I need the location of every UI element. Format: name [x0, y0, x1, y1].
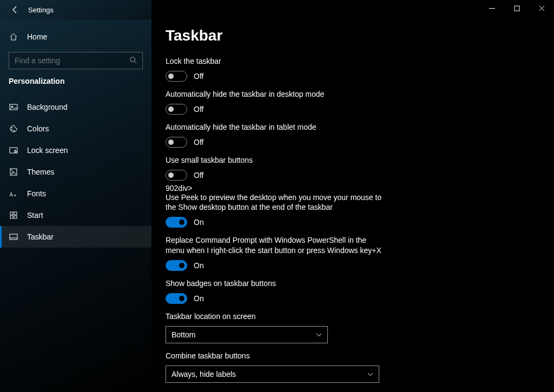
minimize-icon — [489, 5, 495, 11]
setting-autohide-desktop: Automatically hide the taskbar in deskto… — [166, 89, 382, 115]
svg-rect-12 — [10, 212, 13, 215]
setting-label: Lock the taskbar — [166, 56, 382, 67]
toggle-state-text: Off — [194, 105, 203, 114]
svg-point-1 — [130, 57, 135, 62]
toggle-small-buttons[interactable] — [166, 170, 187, 181]
svg-text:A: A — [9, 191, 14, 197]
setting-lock-taskbar: Lock the taskbar Off — [166, 56, 382, 82]
window-title: Settings — [28, 6, 54, 14]
setting-taskbar-location: Taskbar location on screen Bottom — [166, 311, 382, 343]
setting-badges: Show badges on taskbar buttons On — [166, 278, 382, 304]
sidebar-item-background[interactable]: Background — [0, 96, 151, 118]
sidebar-home[interactable]: Home — [0, 26, 151, 48]
sidebar-item-themes[interactable]: Themes — [0, 161, 151, 183]
setting-label: Combine taskbar buttons — [166, 351, 382, 361]
start-icon — [9, 210, 18, 220]
sidebar-nav-list: Background Colors Lock screen Themes AA … — [0, 96, 151, 248]
toggle-state-text: Off — [194, 138, 203, 147]
svg-rect-8 — [15, 151, 16, 152]
sidebar-home-label: Home — [27, 32, 47, 41]
toggle-autohide-desktop[interactable] — [166, 104, 187, 115]
setting-peek: Use Peek to preview the desktop when you… — [166, 192, 382, 228]
lockscreen-icon — [9, 145, 18, 155]
svg-text:A: A — [14, 193, 16, 197]
setting-label: Automatically hide the taskbar in deskto… — [166, 89, 382, 99]
search-icon — [129, 56, 137, 65]
setting-autohide-tablet: Automatically hide the taskbar in tablet… — [166, 122, 382, 148]
svg-point-4 — [11, 127, 12, 128]
sidebar-item-label: Start — [27, 211, 43, 220]
svg-rect-15 — [14, 216, 17, 218]
sidebar-item-label: Background — [27, 103, 68, 111]
toggle-state-text: On — [194, 294, 204, 303]
setting-label: Use Peek to preview the desktop when you… — [166, 192, 382, 213]
close-button[interactable] — [529, 0, 554, 16]
setting-label: Use small taskbar buttons — [166, 155, 382, 165]
toggle-state-text: Off — [194, 72, 203, 81]
home-icon — [9, 32, 18, 42]
svg-rect-14 — [10, 216, 13, 218]
back-button[interactable] — [9, 3, 22, 16]
toggle-state-text: Off — [194, 171, 203, 180]
maximize-icon — [514, 5, 520, 11]
titlebar: Settings — [0, 0, 554, 19]
setting-powershell: Replace Command Prompt with Windows Powe… — [166, 235, 382, 271]
caption-buttons — [479, 0, 554, 16]
dropdown-taskbar-location[interactable]: Bottom — [166, 326, 328, 343]
arrow-left-icon — [11, 5, 19, 14]
taskbar-icon — [9, 232, 18, 242]
sidebar-item-label: Fonts — [27, 189, 46, 198]
setting-label: Taskbar location on screen — [166, 311, 382, 322]
sidebar: Home Personalization Background Colors L… — [0, 19, 151, 392]
page-title: Taskbar — [166, 27, 413, 44]
svg-rect-0 — [515, 6, 519, 11]
palette-icon — [9, 124, 18, 134]
dropdown-combine-buttons[interactable]: Always, hide labels — [166, 366, 379, 383]
sidebar-item-label: Taskbar — [27, 232, 54, 241]
search-box[interactable] — [9, 52, 143, 69]
svg-point-5 — [11, 129, 12, 130]
dropdown-value: Always, hide labels — [172, 370, 236, 378]
sidebar-item-taskbar[interactable]: Taskbar — [0, 226, 151, 248]
setting-combine-buttons: Combine taskbar buttons Always, hide lab… — [166, 351, 382, 383]
sidebar-category-title: Personalization — [0, 77, 151, 91]
main-content: Taskbar Lock the taskbar Off Automatical… — [151, 19, 427, 392]
chevron-down-icon — [367, 371, 373, 377]
setting-label: Automatically hide the taskbar in tablet… — [166, 122, 382, 132]
sidebar-item-label: Themes — [27, 168, 55, 176]
toggle-peek[interactable] — [166, 217, 187, 228]
dropdown-value: Bottom — [172, 330, 195, 339]
maximize-button[interactable] — [504, 0, 529, 16]
sidebar-item-fonts[interactable]: AA Fonts — [0, 183, 151, 204]
svg-rect-16 — [10, 234, 17, 240]
toggle-state-text: On — [194, 261, 204, 270]
toggle-badges[interactable] — [166, 293, 187, 304]
toggle-powershell[interactable] — [166, 260, 187, 271]
picture-icon — [9, 102, 18, 112]
chevron-down-icon — [316, 331, 322, 338]
svg-point-6 — [14, 130, 15, 131]
svg-rect-13 — [14, 212, 17, 215]
setting-small-buttons: Use small taskbar buttons Off 902div> Us… — [166, 155, 382, 392]
sidebar-item-colors[interactable]: Colors — [0, 118, 151, 139]
search-input[interactable] — [15, 56, 129, 65]
toggle-state-text: On — [194, 218, 204, 227]
svg-rect-2 — [10, 104, 17, 110]
sidebar-item-label: Colors — [27, 124, 49, 133]
sidebar-item-label: Lock screen — [27, 146, 68, 155]
toggle-lock-taskbar[interactable] — [166, 71, 187, 82]
toggle-autohide-tablet[interactable] — [166, 137, 187, 148]
minimize-button[interactable] — [479, 0, 504, 16]
setting-label: Show badges on taskbar buttons — [166, 278, 382, 289]
sidebar-item-start[interactable]: Start — [0, 204, 151, 226]
close-icon — [539, 5, 545, 11]
fonts-icon: AA — [9, 189, 18, 198]
sidebar-item-lockscreen[interactable]: Lock screen — [0, 139, 151, 161]
setting-label: Replace Command Prompt with Windows Powe… — [166, 235, 382, 256]
themes-icon — [9, 167, 18, 177]
